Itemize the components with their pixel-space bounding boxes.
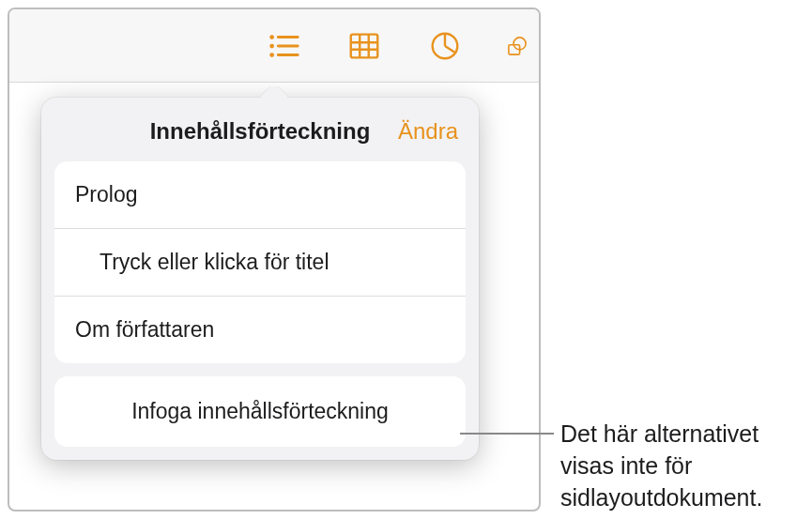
app-frame: Innehållsförteckning Ändra Prolog Tryck … xyxy=(8,8,541,511)
edit-button[interactable]: Ändra xyxy=(398,118,458,145)
toc-popover: Innehållsförteckning Ändra Prolog Tryck … xyxy=(41,98,479,460)
callout-line xyxy=(460,433,554,435)
toc-item[interactable]: Om författaren xyxy=(54,297,466,363)
toc-list: Prolog Tryck eller klicka för titel Om f… xyxy=(54,161,466,363)
insert-toc-button[interactable]: Infoga innehållsförteckning xyxy=(54,376,466,447)
toc-item[interactable]: Tryck eller klicka för titel xyxy=(54,229,466,297)
toc-icon[interactable] xyxy=(263,25,304,67)
chart-icon[interactable] xyxy=(424,25,466,67)
svg-point-0 xyxy=(269,35,274,39)
popover-header: Innehållsförteckning Ändra xyxy=(41,98,479,161)
svg-line-13 xyxy=(445,46,454,53)
shape-icon[interactable] xyxy=(505,25,529,67)
table-icon[interactable] xyxy=(344,25,385,67)
svg-point-4 xyxy=(269,53,274,57)
toc-item[interactable]: Prolog xyxy=(54,161,466,229)
toolbar xyxy=(9,9,539,83)
svg-rect-6 xyxy=(351,34,378,57)
callout-text: Det här alternativet visas inte för sidl… xyxy=(560,419,804,513)
svg-point-2 xyxy=(269,43,274,48)
popover-title: Innehållsförteckning xyxy=(150,118,371,145)
